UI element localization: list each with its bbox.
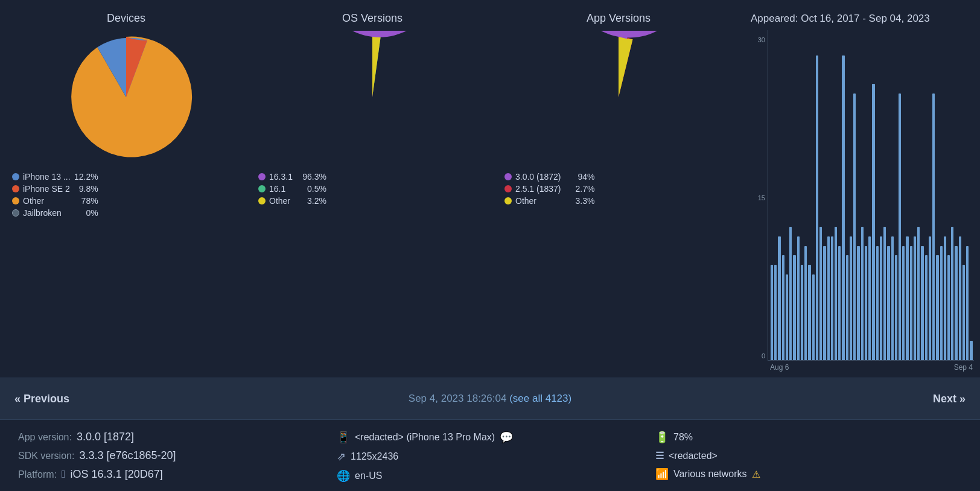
next-button[interactable]: Next »	[847, 378, 980, 419]
chart-right: Aug 6 Sep 4	[768, 30, 974, 372]
bar	[917, 227, 920, 360]
nav-date: Sep 4, 2023 18:26:04	[409, 393, 507, 405]
timeline-area: 30 15 0 Aug 6 Sep 4	[751, 30, 974, 372]
legend-item-other-devices: Other 78%	[12, 196, 98, 206]
os-versions-pie	[306, 31, 439, 163]
bar	[951, 227, 953, 360]
bar	[853, 93, 856, 360]
legend-label-161: 16.1	[269, 184, 293, 194]
platform-label: Platform:	[18, 469, 57, 480]
bar	[868, 236, 871, 360]
timeline-chart-block: Appeared: Oct 16, 2017 - Sep 04, 2023 30…	[745, 12, 974, 372]
legend-pct-1631: 96.3%	[302, 172, 326, 182]
bar	[970, 341, 972, 360]
phone-icon: 📱	[337, 431, 350, 444]
x-label-sep4: Sep 4	[954, 363, 973, 372]
bar	[812, 274, 815, 360]
previous-button[interactable]: « Previous	[0, 378, 133, 419]
device-value: <redacted> (iPhone 13 Pro Max)	[355, 432, 495, 443]
legend-label-1631: 16.3.1	[269, 172, 293, 182]
locale-row: 🌐 en-US	[337, 469, 643, 483]
legend-item-iphonese2: iPhone SE 2 9.8%	[12, 184, 98, 194]
y-axis: 30 15 0	[751, 30, 768, 372]
bar	[910, 246, 912, 360]
y-label-30: 30	[758, 36, 765, 43]
legend-item-1631: 16.3.1	[258, 172, 293, 182]
bar	[861, 227, 864, 360]
bar	[902, 246, 905, 360]
signal-row: ☰ <redacted>	[655, 450, 962, 461]
legend-pct-251: 2.7%	[571, 184, 595, 194]
bar	[944, 236, 946, 360]
bar	[846, 255, 848, 360]
bar	[936, 255, 938, 360]
bar	[899, 93, 901, 360]
legend-label-other-app: Other	[515, 196, 561, 206]
os-versions-legend: 16.3.1 96.3% 16.1 0.5% Other 3.2%	[252, 172, 326, 206]
bar	[786, 274, 788, 360]
legend-item-other-os: Other	[258, 196, 293, 206]
bar	[925, 255, 928, 360]
bar	[778, 236, 780, 360]
bar	[947, 255, 950, 360]
bar	[872, 84, 874, 360]
bar	[891, 236, 894, 360]
legend-pct-161: 0.5%	[302, 184, 326, 194]
info-col-3: 🔋 78% ☰ <redacted> 📶 Various networks ⚠	[655, 431, 962, 483]
battery-value: 78%	[673, 432, 693, 443]
timeline-chart-wrapper: 30 15 0 Aug 6 Sep 4	[751, 30, 974, 372]
legend-pct-jailbroken: 0%	[74, 208, 98, 218]
bar-chart-bars	[768, 30, 974, 361]
legend-dot-1631	[258, 173, 266, 180]
bar	[929, 236, 931, 360]
bar	[887, 246, 889, 360]
info-col-2: 📱 <redacted> (iPhone 13 Pro Max) 💬 ⇗ 112…	[337, 431, 643, 483]
app-versions-legend: 3.0.0 (1872) 94% 2.5.1 (1837) 2.7% Other…	[498, 172, 595, 206]
app-version-value: 3.0.0 [1872]	[77, 431, 134, 443]
bar	[865, 246, 867, 360]
bar	[789, 227, 792, 360]
sdk-version-value: 3.3.3 [e76c1865-20]	[79, 449, 176, 462]
legend-dot-161	[258, 185, 266, 192]
signal-value: <redacted>	[669, 451, 718, 461]
warning-icon: ⚠	[752, 469, 760, 480]
network-row: 📶 Various networks ⚠	[655, 467, 962, 481]
devices-pie-svg	[60, 31, 192, 163]
apple-icon: 	[62, 468, 66, 481]
app-versions-pie-svg	[552, 31, 685, 163]
battery-row: 🔋 78%	[655, 431, 962, 444]
battery-icon: 🔋	[655, 431, 669, 444]
devices-chart-block: Devices iPhone 13 ... 12.2%	[6, 12, 246, 372]
legend-pct-other-devices: 78%	[74, 196, 98, 206]
bar	[797, 236, 800, 360]
bar	[819, 227, 822, 360]
legend-dot-300	[504, 173, 512, 180]
device-row: 📱 <redacted> (iPhone 13 Pro Max) 💬	[337, 431, 643, 444]
see-all-link[interactable]: (see all 4123)	[509, 393, 571, 405]
platform-value: iOS 16.3.1 [20D67]	[71, 468, 163, 481]
legend-label-jailbroken: Jailbroken	[23, 208, 71, 218]
os-versions-chart-block: OS Versions 16.3.1 96.3%	[252, 12, 492, 372]
bar	[921, 246, 923, 360]
legend-label-iphonese2: iPhone SE 2	[23, 184, 71, 194]
bar	[906, 236, 908, 360]
bar	[880, 236, 882, 360]
bar	[966, 246, 969, 360]
bar	[831, 236, 833, 360]
locale-value: en-US	[355, 470, 382, 481]
bar	[808, 265, 810, 360]
legend-label-other-devices: Other	[23, 196, 71, 206]
bar	[850, 236, 852, 360]
x-label-aug6: Aug 6	[770, 363, 789, 372]
bar	[962, 265, 965, 360]
resolution-value: 1125x2436	[351, 451, 398, 462]
legend-dot-other-os	[258, 197, 266, 204]
bar	[774, 265, 777, 360]
legend-item-jailbroken: Jailbroken 0%	[12, 208, 98, 218]
app-versions-chart-block: App Versions 3.0.0 (1872) 94%	[498, 12, 739, 372]
app-versions-pie	[552, 31, 685, 163]
devices-legend: iPhone 13 ... 12.2% iPhone SE 2 9.8% Oth…	[6, 172, 194, 218]
legend-label-251: 2.5.1 (1837)	[515, 184, 561, 194]
bar	[816, 55, 818, 360]
bar	[801, 265, 803, 360]
